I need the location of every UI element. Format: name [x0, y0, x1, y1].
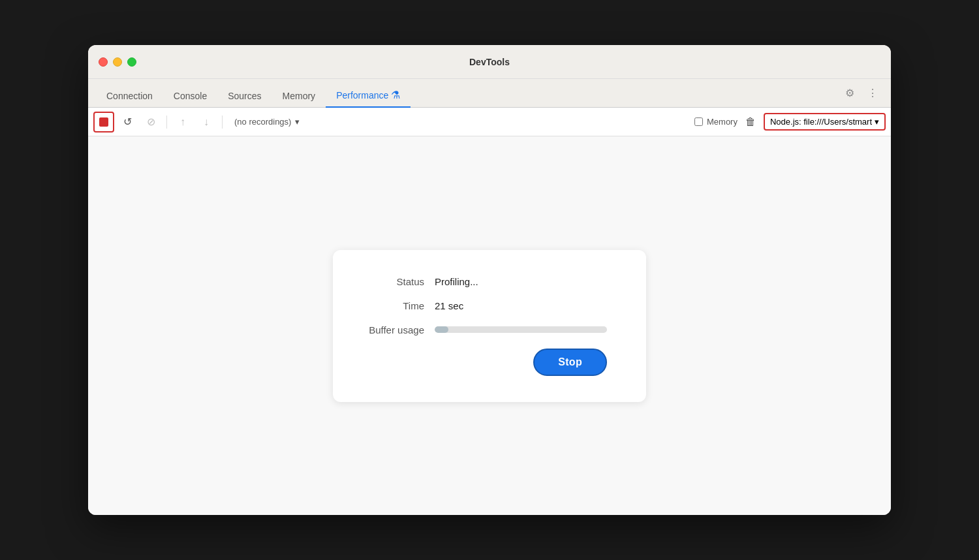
main-content: Status Profiling... Time 21 sec Buffer u… [88, 136, 891, 515]
stop-button[interactable]: Stop [533, 349, 607, 376]
time-label: Time [359, 300, 424, 311]
clear-button[interactable]: ⊘ [140, 112, 161, 132]
refresh-button[interactable]: ↺ [117, 112, 138, 132]
status-value: Profiling... [435, 276, 478, 287]
settings-icon[interactable]: ⚙ [843, 84, 857, 102]
separator-1 [166, 116, 167, 129]
stop-button-row: Stop [359, 349, 607, 376]
tab-icons: ⚙ ⋮ [843, 84, 880, 102]
separator-2 [222, 116, 223, 129]
tab-sources[interactable]: Sources [217, 86, 272, 108]
tabbar: Connection Console Sources Memory Perfor… [88, 79, 891, 108]
minimize-button[interactable] [113, 57, 122, 67]
time-value: 21 sec [435, 300, 463, 311]
dropdown-chevron-icon: ▾ [295, 117, 300, 127]
record-icon [99, 117, 108, 127]
download-button[interactable]: ↓ [196, 112, 217, 132]
traffic-lights [99, 57, 136, 67]
status-label: Status [359, 276, 424, 287]
titlebar: DevTools [88, 45, 891, 79]
buffer-bar-container [435, 326, 607, 333]
status-card: Status Profiling... Time 21 sec Buffer u… [333, 250, 646, 402]
tab-memory[interactable]: Memory [272, 86, 326, 108]
window-title: DevTools [469, 57, 510, 67]
recordings-label: (no recordings) [234, 117, 291, 127]
tab-performance[interactable]: Performance ⚗ [326, 84, 411, 108]
recordings-dropdown[interactable]: (no recordings) ▾ [228, 114, 306, 129]
tab-connection[interactable]: Connection [96, 86, 163, 108]
buffer-bar-fill [435, 326, 448, 333]
memory-checkbox[interactable] [694, 117, 703, 126]
time-row: Time 21 sec [359, 300, 607, 311]
buffer-label: Buffer usage [359, 324, 424, 335]
memory-checkbox-label[interactable]: Memory [694, 117, 738, 127]
maximize-button[interactable] [127, 57, 136, 67]
node-selector-chevron-icon: ▾ [875, 117, 879, 127]
close-button[interactable] [99, 57, 108, 67]
node-selector[interactable]: Node.js: file:///Users/stmart ▾ [764, 113, 886, 131]
buffer-row: Buffer usage [359, 324, 607, 335]
toolbar: ↺ ⊘ ↑ ↓ (no recordings) ▾ Memory 🗑 Node.… [88, 108, 891, 136]
status-row: Status Profiling... [359, 276, 607, 287]
more-options-icon[interactable]: ⋮ [865, 84, 880, 102]
beaker-icon: ⚗ [391, 89, 400, 101]
devtools-window: DevTools Connection Console Sources Memo… [88, 45, 891, 515]
tab-console[interactable]: Console [163, 86, 217, 108]
cleanup-icon[interactable]: 🗑 [740, 112, 761, 132]
upload-button[interactable]: ↑ [172, 112, 193, 132]
record-button[interactable] [93, 112, 114, 132]
